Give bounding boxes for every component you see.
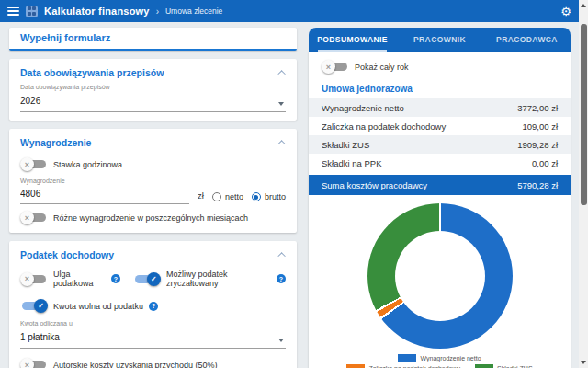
section-salary-title: Wynagrodzenie — [20, 137, 91, 148]
summary-content: × Pokaż cały rok Umowa jednorazowa Wynag… — [309, 52, 571, 368]
section-salary: Wynagrodzenie × Stawka godzinowa Wynagro… — [9, 129, 297, 233]
section-date-title: Data obowiązywania przepisów — [20, 67, 164, 78]
legend-label: Składki ZUS — [497, 365, 533, 368]
payer-select[interactable]: Kwota odliczana u 1 płatnika — [20, 320, 286, 349]
flat-tax-toggle[interactable]: ✓ — [133, 272, 161, 286]
varied-salary-toggle[interactable]: × — [20, 211, 48, 224]
row-label: Wynagrodzenie netto — [322, 103, 404, 113]
salary-amount-field: Wynagrodzenie — [20, 178, 189, 204]
row-label: Zaliczka na podatek dochodowy — [322, 121, 446, 132]
breadcrumb-separator: › — [156, 6, 159, 17]
form-heading-card: Wypełnij formularz — [9, 28, 297, 51]
row-value: 1909,28 zł — [517, 140, 558, 150]
hourly-rate-toggle-label: Stawka godzinowa — [53, 160, 122, 169]
table-row: Zaliczka na podatek dochodowy 109,00 zł — [309, 117, 571, 135]
legend-swatch — [346, 364, 365, 368]
row-value: 3772,00 zł — [517, 103, 558, 113]
scroll-up-arrow-icon[interactable] — [581, 4, 586, 7]
tax-free-amount-toggle[interactable]: ✓ — [20, 299, 48, 313]
summary-subtitle: Umowa jednorazowa — [309, 76, 571, 98]
show-full-year-toggle-label: Pokaż cały rok — [355, 63, 409, 72]
section-tax-title: Podatek dochodowy — [20, 249, 114, 260]
legend-item: Zaliczka na podatek dochodowy — [346, 364, 460, 368]
tax-relief-toggle[interactable]: × — [20, 272, 48, 286]
scrollbar-thumb[interactable] — [581, 24, 587, 205]
form-column: Wypełnij formularz Data obowiązywania pr… — [9, 28, 297, 368]
radio-brutto-label: brutto — [265, 192, 286, 201]
tax-free-amount-toggle-label: Kwota wolna od podatku — [53, 302, 143, 311]
summary-panel: PODSUMOWANIE PRACOWNIK PRACODAWCA × Poka… — [309, 28, 571, 368]
salary-amount-input[interactable] — [20, 189, 189, 199]
gear-icon[interactable]: ⚙ — [560, 6, 571, 17]
radio-brutto[interactable]: brutto — [252, 192, 286, 204]
scroll-down-arrow-icon[interactable] — [581, 361, 586, 364]
legend-label: Wynagrodzenie netto — [420, 355, 481, 362]
app-title[interactable]: Kalkulator finansowy — [44, 6, 150, 17]
collapse-chevron-icon[interactable] — [277, 70, 285, 77]
author-costs-toggle[interactable]: × — [20, 358, 48, 368]
radio-netto[interactable]: netto — [212, 192, 243, 204]
legend-item: Składki ZUS — [475, 364, 533, 368]
legend-label: Zaliczka na podatek dochodowy — [368, 365, 460, 368]
app-window: Kalkulator finansowy › Umowa zlecenie ⚙ … — [0, 0, 588, 368]
tax-relief-toggle-label: Ulga podatkowa — [53, 270, 106, 288]
salary-amount-label: Wynagrodzenie — [20, 178, 189, 184]
dropdown-arrow-icon — [278, 102, 284, 106]
date-select-label: Data obowiązywania przepisów — [20, 84, 286, 90]
radio-netto-circle — [212, 192, 221, 201]
radio-brutto-circle — [252, 192, 261, 201]
total-row-value: 5790,28 zł — [517, 180, 558, 190]
row-label: Składki na PPK — [322, 158, 381, 168]
currency-suffix: zł — [198, 190, 204, 204]
section-tax: Podatek dochodowy × Ulga podatkowa ? ✓ M… — [9, 241, 297, 368]
collapse-chevron-icon[interactable] — [277, 252, 285, 259]
row-label: Składki ZUS — [322, 140, 369, 150]
tab-pracownik[interactable]: PRACOWNIK — [396, 28, 483, 52]
table-row: Składki na PPK 0,00 zł — [309, 154, 571, 172]
legend-swatch — [475, 364, 493, 368]
help-icon[interactable]: ? — [111, 274, 120, 283]
table-row: Wynagrodzenie netto 3772,00 zł — [309, 98, 571, 117]
dropdown-arrow-icon — [278, 339, 284, 342]
tab-podsumowanie[interactable]: PODSUMOWANIE — [309, 28, 396, 52]
payer-select-value: 1 płatnika — [20, 332, 60, 342]
row-value: 0,00 zł — [532, 158, 558, 168]
show-full-year-toggle[interactable]: × — [322, 60, 349, 74]
summary-tabs: PODSUMOWANIE PRACOWNIK PRACODAWCA — [309, 28, 571, 52]
chart-legend: Wynagrodzenie netto Zaliczka na podatek … — [309, 354, 571, 368]
help-icon[interactable]: ? — [149, 302, 158, 311]
hourly-rate-toggle[interactable]: × — [20, 157, 48, 171]
total-row: Suma kosztów pracodawcy 5790,28 zł — [309, 175, 571, 195]
date-select[interactable]: Data obowiązywania przepisów 2026 — [20, 84, 286, 112]
donut-chart — [368, 203, 513, 349]
legend-item: Wynagrodzenie netto — [398, 354, 481, 362]
author-costs-toggle-label: Autorskie koszty uzyskania przychodu (50… — [53, 361, 218, 368]
vertical-scrollbar[interactable] — [579, 0, 588, 368]
radio-netto-label: netto — [225, 192, 243, 201]
hamburger-menu-icon[interactable] — [7, 7, 19, 16]
varied-salary-toggle-label: Różne wynagrodzenie w poszczególnych mie… — [53, 213, 248, 223]
breadcrumb: Umowa zlecenie — [165, 6, 222, 16]
page-title: Wypełnij formularz — [20, 32, 286, 43]
app-logo-icon — [26, 6, 38, 17]
date-select-value: 2026 — [20, 96, 40, 106]
total-row-label: Suma kosztów pracodawcy — [322, 180, 427, 190]
help-icon[interactable]: ? — [277, 274, 286, 283]
legend-swatch — [398, 354, 416, 362]
row-value: 109,00 zł — [522, 121, 558, 132]
section-date: Data obowiązywania przepisów Data obowią… — [9, 59, 297, 121]
table-row: Składki ZUS 1909,28 zł — [309, 135, 571, 154]
tab-pracodawca[interactable]: PRACODAWCA — [483, 28, 571, 52]
app-header: Kalkulator finansowy › Umowa zlecenie ⚙ — [0, 0, 579, 22]
collapse-chevron-icon[interactable] — [277, 140, 285, 147]
payer-select-label: Kwota odliczana u — [20, 320, 286, 327]
flat-tax-toggle-label: Możliwy podatek zryczałtowany — [166, 270, 271, 288]
